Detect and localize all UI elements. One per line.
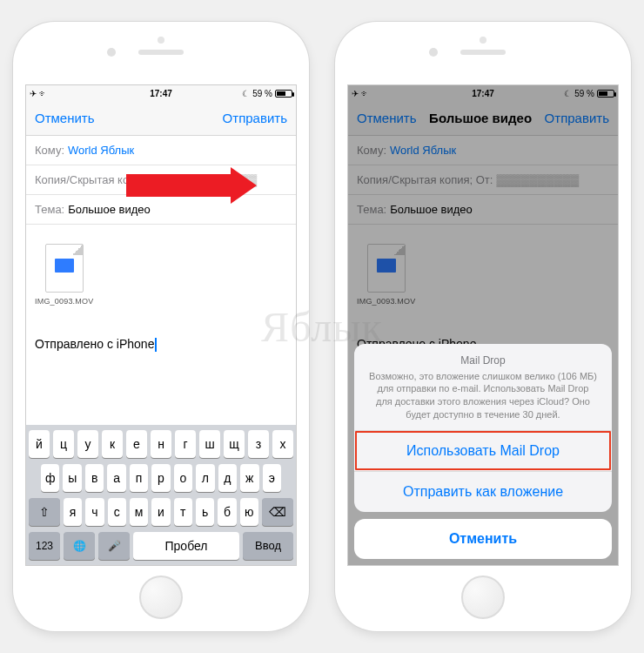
key-п[interactable]: п bbox=[130, 464, 148, 492]
to-field[interactable]: Кому: World Яблык bbox=[26, 136, 296, 165]
battery-pct: 59 % bbox=[252, 89, 272, 98]
screen-left: ✈ ᯤ 17:47 ☾ 59 % Отменить Отправить Кому… bbox=[25, 84, 297, 566]
key-б[interactable]: б bbox=[218, 498, 236, 526]
attachment-filename: IMG_0093.MOV bbox=[35, 297, 93, 306]
key-row-3: ⇧ ячсмитьбю ⌫ bbox=[29, 498, 293, 526]
key-ф[interactable]: ф bbox=[41, 464, 59, 492]
subject-label: Тема: bbox=[35, 203, 64, 216]
subject-field[interactable]: Тема: Большое видео bbox=[26, 195, 296, 225]
key-щ[interactable]: щ bbox=[224, 430, 245, 458]
key-row-1: йцукенгшщзх bbox=[29, 430, 293, 458]
key-р[interactable]: р bbox=[151, 464, 170, 492]
compose-navbar: Отменить Отправить bbox=[26, 101, 296, 136]
key-ю[interactable]: ю bbox=[240, 498, 258, 526]
attachment[interactable]: IMG_0093.MOV bbox=[35, 244, 93, 306]
space-key[interactable]: Пробел bbox=[133, 532, 239, 560]
action-sheet-header: Mail Drop Возможно, это вложение слишком… bbox=[354, 344, 612, 430]
key-в[interactable]: в bbox=[85, 464, 104, 492]
mic-key[interactable]: 🎤 bbox=[98, 532, 130, 560]
key-row-2: фывапролджэ bbox=[29, 464, 293, 492]
moon-icon: ☾ bbox=[242, 89, 250, 98]
send-button[interactable]: Отправить bbox=[223, 111, 287, 125]
cc-field[interactable]: Копия/Скрытая копия; От: ▓▓▓▓▓▓▓▓▓▓ bbox=[26, 165, 296, 195]
key-м[interactable]: м bbox=[130, 498, 148, 526]
action-sheet-title: Mail Drop bbox=[368, 354, 598, 367]
key-к[interactable]: к bbox=[102, 430, 123, 458]
key-ч[interactable]: ч bbox=[85, 498, 104, 526]
video-file-icon bbox=[45, 244, 84, 293]
key-й[interactable]: й bbox=[29, 430, 50, 458]
key-д[interactable]: д bbox=[218, 464, 237, 492]
status-time: 17:47 bbox=[150, 89, 172, 98]
status-bar: ✈ ᯤ 17:47 ☾ 59 % bbox=[26, 85, 296, 101]
home-button[interactable] bbox=[461, 576, 505, 619]
subject-value: Большое видео bbox=[68, 203, 151, 216]
key-ц[interactable]: ц bbox=[53, 430, 74, 458]
screen-right: ✈ ᯤ 17:47 ☾ 59 % Отменить Большое видео … bbox=[347, 84, 619, 566]
key-х[interactable]: х bbox=[272, 430, 293, 458]
key-ы[interactable]: ы bbox=[63, 464, 81, 492]
home-button[interactable] bbox=[139, 576, 183, 619]
key-л[interactable]: л bbox=[196, 464, 214, 492]
key-н[interactable]: н bbox=[151, 430, 171, 458]
key-я[interactable]: я bbox=[64, 498, 82, 526]
key-з[interactable]: з bbox=[248, 430, 269, 458]
cc-value-blurred: ▓▓▓▓▓▓▓▓▓▓ bbox=[174, 173, 257, 186]
action-sheet-cancel-button[interactable]: Отменить bbox=[354, 519, 612, 559]
to-value: World Яблык bbox=[68, 144, 134, 157]
key-ь[interactable]: ь bbox=[196, 498, 214, 526]
cancel-button[interactable]: Отменить bbox=[35, 111, 95, 125]
key-е[interactable]: е bbox=[126, 430, 147, 458]
battery-icon bbox=[275, 90, 292, 98]
key-с[interactable]: с bbox=[108, 498, 126, 526]
shift-key[interactable]: ⇧ bbox=[29, 498, 60, 526]
key-ж[interactable]: ж bbox=[240, 464, 258, 492]
backspace-key[interactable]: ⌫ bbox=[262, 498, 293, 526]
globe-key[interactable]: 🌐 bbox=[64, 532, 95, 560]
keyboard: йцукенгшщзх фывапролджэ ⇧ ячсмитьбю ⌫ 12… bbox=[26, 425, 296, 565]
text-cursor bbox=[155, 338, 157, 352]
compose-body[interactable]: IMG_0093.MOV Отправлено с iPhone bbox=[26, 225, 296, 360]
use-mail-drop-button[interactable]: Использовать Mail Drop bbox=[354, 430, 612, 471]
signature-line[interactable]: Отправлено с iPhone bbox=[35, 337, 287, 352]
key-г[interactable]: г bbox=[175, 430, 196, 458]
key-ш[interactable]: ш bbox=[199, 430, 220, 458]
key-о[interactable]: о bbox=[174, 464, 192, 492]
action-sheet-message: Возможно, это вложение слишком велико (1… bbox=[368, 370, 598, 421]
airplane-mode-icon: ✈ bbox=[30, 89, 37, 98]
key-и[interactable]: и bbox=[151, 498, 170, 526]
iphone-right: ✈ ᯤ 17:47 ☾ 59 % Отменить Большое видео … bbox=[335, 22, 631, 631]
iphone-left: ✈ ᯤ 17:47 ☾ 59 % Отменить Отправить Кому… bbox=[13, 22, 309, 631]
action-sheet: Mail Drop Возможно, это вложение слишком… bbox=[354, 344, 612, 559]
key-э[interactable]: э bbox=[263, 464, 281, 492]
key-а[interactable]: а bbox=[107, 464, 125, 492]
key-т[interactable]: т bbox=[174, 498, 192, 526]
send-as-attachment-button[interactable]: Отправить как вложение bbox=[354, 471, 612, 512]
to-label: Кому: bbox=[35, 144, 64, 157]
wifi-icon: ᯤ bbox=[39, 89, 48, 98]
numbers-key[interactable]: 123 bbox=[29, 532, 60, 560]
cc-label: Копия/Скрытая копия; От: bbox=[35, 173, 171, 186]
key-у[interactable]: у bbox=[77, 430, 98, 458]
return-key[interactable]: Ввод bbox=[243, 532, 293, 560]
